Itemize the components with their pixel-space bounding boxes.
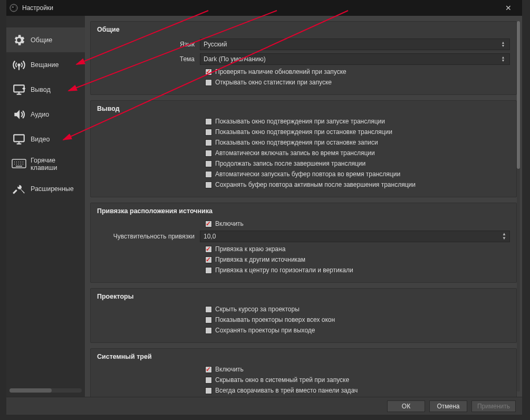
sidebar-item-general[interactable]: Общие [6, 27, 85, 52]
footer: ОК Отмена Применить [6, 397, 522, 415]
checkbox[interactable] [205, 79, 212, 86]
tools-icon [12, 182, 26, 196]
svg-point-1 [12, 6, 16, 10]
output-c5[interactable]: Продолжать запись после завершения транс… [205, 160, 510, 167]
theme-combo[interactable]: Dark (По умолчанию) ▲▼ [200, 53, 510, 65]
group-snap: Привязка расположения источника Включить… [90, 203, 517, 283]
checkbox[interactable] [205, 171, 212, 178]
check-updates-row[interactable]: Проверять наличие обновлений при запуске [205, 68, 510, 75]
snap-other[interactable]: Привязка к другим источникам [205, 256, 510, 263]
checkbox[interactable] [205, 317, 212, 323]
sidebar-item-label: Аудио [31, 111, 49, 118]
window-title: Настройки [22, 4, 53, 12]
sidebar-item-label: Горячие клавиши [31, 157, 81, 171]
group-general: Общие Язык Русский ▲▼ Тема Dark (По умо [90, 21, 517, 95]
open-stats-row[interactable]: Открывать окно статистики при запуске [205, 79, 510, 86]
sidebar: Общие Вещание Вывод Аудио Видео Горячие … [6, 16, 85, 397]
snap-enable[interactable]: Включить [205, 220, 510, 227]
proj-c3[interactable]: Сохранять проекторы при выходе [205, 327, 510, 334]
group-output: Вывод Показывать окно подтверждения при … [90, 100, 517, 197]
tray-c1[interactable]: Скрывать окно в системный трей при запус… [205, 376, 510, 384]
sidebar-item-stream[interactable]: Вещание [6, 52, 85, 77]
chevron-updown-icon: ▲▼ [499, 54, 507, 64]
output-c3[interactable]: Показывать окно подтверждения при остано… [205, 139, 510, 146]
checkbox[interactable] [205, 118, 212, 125]
group-title: Общие [97, 26, 510, 33]
checkbox[interactable] [205, 182, 212, 188]
snap-sens-spinner[interactable]: 10,0 ▲▼ [200, 231, 510, 242]
proj-c2[interactable]: Показывать проекторы поверх всех окон [205, 316, 510, 323]
svg-point-2 [13, 7, 14, 8]
apply-button[interactable]: Применить [471, 400, 516, 412]
checkbox[interactable] [205, 366, 212, 373]
checkbox[interactable] [205, 221, 212, 227]
keyboard-icon [12, 157, 26, 171]
group-title: Системный трей [97, 353, 510, 360]
sidebar-scrollbar[interactable] [9, 388, 82, 393]
checkbox[interactable] [205, 256, 212, 263]
output-icon [12, 82, 26, 97]
snap-sens-label: Чувствительность привязки [97, 233, 200, 240]
group-title: Вывод [97, 105, 510, 112]
output-c6[interactable]: Автоматически запускать буфер повтора во… [205, 170, 510, 178]
close-button[interactable]: ✕ [498, 4, 519, 12]
gear-icon [12, 33, 26, 47]
checkbox[interactable] [205, 306, 212, 313]
sidebar-item-label: Общие [31, 36, 52, 44]
language-label: Язык [97, 41, 200, 48]
proj-c1[interactable]: Скрыть курсор за проекторы [205, 306, 510, 313]
theme-label: Тема [97, 55, 200, 63]
sidebar-item-label: Расширенные [31, 185, 74, 193]
snap-edge[interactable]: Привязка к краю экрана [205, 245, 510, 253]
sidebar-item-label: Вещание [31, 61, 59, 69]
output-c2[interactable]: Показывать окно подтверждения при остано… [205, 128, 510, 136]
sidebar-item-video[interactable]: Видео [6, 127, 85, 151]
sidebar-item-audio[interactable]: Аудио [6, 102, 85, 127]
group-title: Проекторы [97, 293, 510, 300]
titlebar: Настройки ✕ [6, 0, 522, 16]
output-c4[interactable]: Автоматически включать запись во время т… [205, 149, 510, 157]
checkbox[interactable] [205, 129, 212, 136]
sidebar-item-hotkeys[interactable]: Горячие клавиши [6, 151, 85, 176]
group-projectors: Проекторы Скрыть курсор за проекторы Пок… [90, 288, 517, 343]
speaker-icon [12, 107, 26, 122]
language-value: Русский [204, 41, 227, 48]
checkbox[interactable] [205, 139, 212, 146]
checkbox[interactable] [205, 69, 212, 75]
theme-value: Dark (По умолчанию) [204, 55, 266, 63]
chevron-updown-icon: ▲▼ [499, 39, 507, 50]
checkbox[interactable] [205, 327, 212, 334]
output-c1[interactable]: Показывать окно подтверждения при запуск… [205, 118, 510, 125]
main-scrollbar[interactable] [517, 21, 520, 392]
group-tray: Системный трей Включить Скрывать окно в … [90, 348, 517, 397]
group-title: Привязка расположения источника [97, 207, 510, 215]
checkbox[interactable] [205, 377, 212, 384]
sidebar-item-output[interactable]: Вывод [6, 77, 85, 102]
checkbox[interactable] [205, 246, 212, 253]
snap-center[interactable]: Привязка к центру по горизонтали и верти… [205, 266, 510, 274]
check-updates-label: Проверять наличие обновлений при запуске [215, 68, 346, 75]
tray-c2[interactable]: Всегда сворачивать в трей вместо панели … [205, 387, 510, 394]
sidebar-item-label: Видео [31, 136, 50, 143]
checkbox[interactable] [205, 160, 212, 167]
sidebar-item-advanced[interactable]: Расширенные [6, 176, 85, 201]
ok-button[interactable]: ОК [387, 400, 425, 412]
checkbox[interactable] [205, 150, 212, 157]
snap-sens-value: 10,0 [204, 233, 216, 240]
checkbox[interactable] [205, 387, 212, 394]
svg-rect-5 [14, 135, 24, 141]
output-c7[interactable]: Сохранять буфер повтора активным после з… [205, 181, 510, 188]
app-icon [9, 4, 18, 12]
sidebar-item-label: Вывод [31, 86, 51, 93]
main-panel: Общие Язык Русский ▲▼ Тема Dark (По умо [85, 16, 522, 397]
antenna-icon [12, 58, 26, 72]
tray-enable[interactable]: Включить [205, 366, 510, 373]
spinner-arrows-icon[interactable]: ▲▼ [500, 231, 508, 242]
cancel-button[interactable]: Отмена [429, 400, 467, 412]
monitor-icon [12, 132, 26, 147]
language-combo[interactable]: Русский ▲▼ [200, 39, 510, 50]
open-stats-label: Открывать окно статистики при запуске [215, 79, 332, 86]
checkbox[interactable] [205, 267, 212, 274]
